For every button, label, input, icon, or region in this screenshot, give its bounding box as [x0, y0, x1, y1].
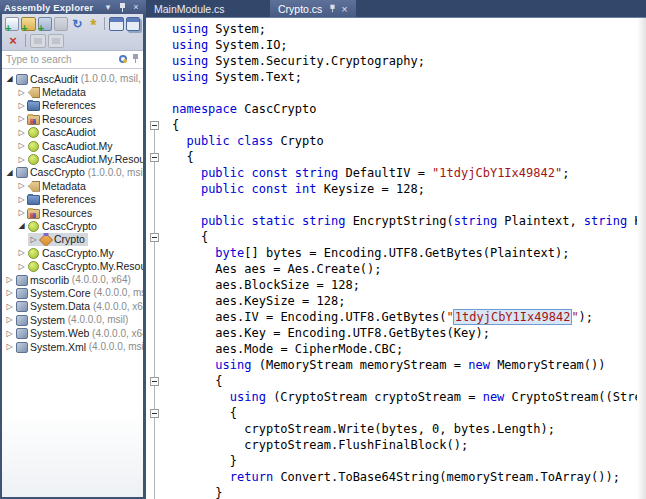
- tree-row-content: ◢CascAudit (1.0.0.0, msil, .Net Fra: [4, 72, 143, 85]
- chevron-down-icon[interactable]: ▾: [102, 2, 114, 13]
- tree-item-resources[interactable]: ▷Resources: [2, 112, 143, 125]
- collapsed-expander-icon[interactable]: ▷: [4, 302, 15, 311]
- tab-mainmodule[interactable]: MainModule.cs: [146, 0, 234, 17]
- fold-collapse-icon[interactable]: [150, 409, 159, 418]
- code-line-11: public const int Keysize = 128;: [146, 181, 646, 197]
- open-folder-icon[interactable]: [21, 17, 35, 31]
- code-text: aes.Key = Encoding.UTF8.GetBytes(Key);: [172, 326, 490, 340]
- tree-item-label: References: [42, 193, 96, 205]
- options-icon[interactable]: [86, 17, 100, 31]
- tree-item-references[interactable]: ▷References: [2, 99, 143, 112]
- collapsed-expander-icon[interactable]: ▷: [4, 315, 15, 324]
- assembly-explorer-panel: Assembly Explorer ▾ × ◢CascAudit (1.0.0.…: [0, 0, 146, 499]
- fold-collapse-icon[interactable]: [150, 233, 159, 242]
- expanded-expander-icon[interactable]: ◢: [4, 74, 15, 83]
- collapsed-expander-icon[interactable]: ▷: [16, 262, 27, 271]
- code-text: return Convert.ToBase64String(memoryStre…: [172, 470, 620, 484]
- assembly-tree: ◢CascAudit (1.0.0.0, msil, .Net Fra▷Meta…: [2, 69, 143, 497]
- tree-item-label: mscorlib: [30, 274, 69, 286]
- code-text: byte[] bytes = Encoding.UTF8.GetBytes(Pl…: [172, 246, 569, 260]
- collapsed-expander-icon[interactable]: ▷: [16, 114, 27, 123]
- save-icon[interactable]: [30, 34, 46, 48]
- tab-bar-gap: [234, 0, 270, 17]
- code-line-28: }: [146, 453, 646, 469]
- new-tab-window-icon[interactable]: [126, 17, 140, 31]
- collapsed-expander-icon[interactable]: ▷: [4, 329, 15, 338]
- collapsed-expander-icon[interactable]: ▷: [16, 208, 27, 217]
- close-all-icon[interactable]: [5, 34, 21, 48]
- code-line-8: public class Crypto: [146, 133, 646, 149]
- assembly-icon: [15, 73, 27, 85]
- tree-item-cascaudiot-my-resources[interactable]: ▷CascAudiot.My.Resources: [2, 152, 143, 165]
- collapsed-expander-icon[interactable]: ▷: [16, 181, 27, 190]
- expanded-expander-icon[interactable]: ◢: [4, 168, 15, 177]
- collapsed-expander-icon[interactable]: ▷: [16, 248, 27, 257]
- open-file-icon[interactable]: [5, 17, 19, 31]
- vertical-scrollbar[interactable]: [637, 18, 646, 499]
- code-line-13: public static string EncryptString(strin…: [146, 213, 646, 229]
- tree-item-casccrypto[interactable]: ◢CascCrypto: [2, 219, 143, 232]
- tree-item-system-web[interactable]: ▷System.Web (4.0.0.0, x64): [2, 326, 143, 339]
- assembly-explorer-window-icon[interactable]: [109, 17, 123, 31]
- tree-item-resources[interactable]: ▷Resources: [2, 206, 143, 219]
- fold-collapse-icon[interactable]: [150, 153, 159, 162]
- pin-icon[interactable]: [329, 4, 337, 13]
- tree-item-metadata[interactable]: ▷Metadata: [2, 179, 143, 192]
- close-icon[interactable]: ×: [341, 4, 347, 14]
- tree-item-casccrypto-my-resources[interactable]: ▷CascCrypto.My.Resources: [2, 259, 143, 272]
- metadata-icon: [27, 180, 39, 192]
- tree-row-content: ▷Resources: [16, 206, 95, 219]
- collapsed-expander-icon[interactable]: ▷: [16, 128, 27, 137]
- tree-item-mscorlib[interactable]: ▷mscorlib (4.0.0.0, x64): [2, 273, 143, 286]
- collapsed-expander-icon[interactable]: ▷: [16, 155, 27, 164]
- tab-label: MainModule.cs: [154, 3, 225, 15]
- tree-item-cascaudiot[interactable]: ▷CascAudiot: [2, 126, 143, 139]
- tree-item-metadata[interactable]: ▷Metadata: [2, 85, 143, 98]
- code-text: using (CryptoStream cryptoStream = new C…: [172, 390, 646, 404]
- collapsed-expander-icon[interactable]: ▷: [4, 342, 15, 351]
- tree-item-label: CascAudiot.My.Resources: [42, 153, 143, 165]
- tree-item-references[interactable]: ▷References: [2, 193, 143, 206]
- collapsed-expander-icon[interactable]: ▷: [16, 101, 27, 110]
- add-module-icon[interactable]: [38, 17, 52, 31]
- tree-item-casccrypto-my[interactable]: ▷CascCrypto.My: [2, 246, 143, 259]
- collapsed-expander-icon[interactable]: ▷: [16, 141, 27, 150]
- tree-item-label: System: [30, 314, 65, 326]
- tab-label: Crypto.cs: [278, 3, 322, 15]
- tree-item-cascaudiot-my[interactable]: ▷CascAudiot.My: [2, 139, 143, 152]
- tree-item-cascaudit[interactable]: ◢CascAudit (1.0.0.0, msil, .Net Fra: [2, 72, 143, 85]
- tree-item-meta: (1.0.0.0, msil, .Net F: [85, 167, 143, 178]
- tree-item-system[interactable]: ▷System (4.0.0.0, msil): [2, 313, 143, 326]
- assembly-explorer-titlebar[interactable]: Assembly Explorer ▾ ×: [0, 0, 146, 14]
- tree-row-content: ▷CascAudiot.My.Resources: [16, 153, 143, 166]
- save-module-icon[interactable]: [48, 34, 64, 48]
- reload-assemblies-icon[interactable]: [70, 17, 84, 31]
- tab-crypto[interactable]: Crypto.cs ×: [270, 0, 356, 17]
- expanded-expander-icon[interactable]: ◢: [16, 221, 27, 230]
- code-text: {: [172, 118, 179, 132]
- close-icon[interactable]: ×: [130, 2, 142, 13]
- pin-icon[interactable]: [131, 53, 140, 64]
- code-line-27: cryptoStream.FlushFinalBlock();: [146, 437, 646, 453]
- tab-bar: MainModule.cs Crypto.cs ×: [146, 0, 646, 18]
- fold-collapse-icon[interactable]: [150, 121, 159, 130]
- tree-item-system-xml[interactable]: ▷System.Xml (4.0.0.0, msil): [2, 340, 143, 353]
- tree-item-crypto[interactable]: ▷Crypto: [2, 233, 143, 246]
- fold-collapse-icon[interactable]: [150, 377, 159, 386]
- collapsed-expander-icon[interactable]: ▷: [28, 235, 39, 244]
- tree-item-meta: (4.0.0.0, x64): [90, 301, 143, 312]
- code-content: using System;using System.IO;using Syste…: [146, 18, 646, 499]
- tree-item-system-data[interactable]: ▷System.Data (4.0.0.0, x64): [2, 300, 143, 313]
- open-gac-icon[interactable]: [54, 17, 68, 31]
- tree-item-system-core[interactable]: ▷System.Core (4.0.0.0, msil): [2, 286, 143, 299]
- collapsed-expander-icon[interactable]: ▷: [16, 195, 27, 204]
- assembly-icon: [15, 341, 27, 353]
- tree-item-casccrypto[interactable]: ◢CascCrypto (1.0.0.0, msil, .Net F: [2, 166, 143, 179]
- collapsed-expander-icon[interactable]: ▷: [16, 88, 27, 97]
- code-editor[interactable]: using System;using System.IO;using Syste…: [146, 18, 646, 499]
- search-options-icon[interactable]: [119, 55, 127, 63]
- pin-icon[interactable]: [116, 2, 128, 13]
- collapsed-expander-icon[interactable]: ▷: [4, 288, 15, 297]
- tree-row-content: ▷CascCrypto.My.Resources: [16, 260, 143, 273]
- collapsed-expander-icon[interactable]: ▷: [4, 275, 15, 284]
